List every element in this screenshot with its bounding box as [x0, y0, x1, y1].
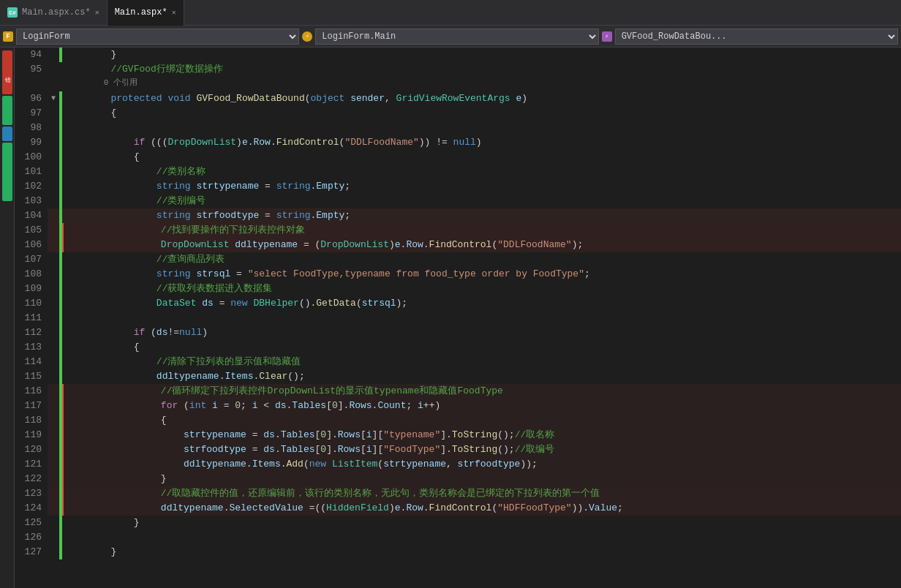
- code-line-115: 115 ddltypename.Items.Clear();: [15, 369, 901, 384]
- code-line-119: 119 strtypename = ds.Tables[0].Rows[i]["…: [15, 428, 901, 442]
- code-editor[interactable]: 94 } 95 //GVFood行绑定数据操作 0 个引用: [15, 48, 901, 588]
- code-line-125: 125 }: [15, 516, 901, 530]
- line-num-112: 112: [15, 325, 48, 340]
- line-num-117: 117: [15, 399, 48, 413]
- code-line-114: 114 //清除下拉列表的显示值和隐藏值: [15, 355, 901, 369]
- line-num-116: 116: [15, 384, 48, 399]
- editor-container: 错 94 } 95 //GVFood行绑定数据操作: [0, 48, 901, 588]
- tab-cs-label: Main.aspx.cs*: [22, 7, 91, 18]
- tab-aspx-close[interactable]: ✕: [172, 8, 176, 17]
- tab-cs-close[interactable]: ✕: [95, 8, 99, 17]
- line-num-98: 98: [15, 121, 48, 135]
- event-dropdown[interactable]: GVFood_RowDataBou...: [615, 29, 898, 45]
- line-content-124: ddltypename.SelectedValue =((HiddenField…: [62, 501, 901, 516]
- bar-126: [59, 530, 62, 545]
- line-num-103: 103: [15, 194, 48, 208]
- sidebar-marker-3: [2, 127, 12, 141]
- sidebar-marker-4: [2, 143, 12, 201]
- tab-aspx-label: Main.aspx*: [115, 7, 167, 18]
- line-content-114: //清除下拉列表的显示值和隐藏值: [62, 355, 901, 369]
- code-line-108: 108 string strsql = "select FoodType,typ…: [15, 267, 901, 282]
- line-num-111: 111: [15, 311, 48, 325]
- method-icon-label: ⚡: [306, 33, 309, 39]
- code-line-106: 106 DropDownList ddltypename = (DropDown…: [15, 238, 901, 252]
- code-line-110: 110 DataSet ds = new DBHelper().GetData(…: [15, 296, 901, 311]
- line-content-121: ddltypename.Items.Add(new ListItem(strty…: [62, 457, 901, 472]
- line-num-118: 118: [15, 413, 48, 428]
- line-content-103: //类别编号: [62, 194, 901, 208]
- line-content-110: DataSet ds = new DBHelper().GetData(strs…: [62, 296, 901, 311]
- line-content-109: //获取列表数据进入数据集: [62, 282, 901, 296]
- line-content-97: {: [62, 106, 901, 121]
- line-content-ref: 0 个引用: [62, 77, 901, 88]
- code-line-101: 101 //类别名称: [15, 165, 901, 179]
- line-content-120: strfoodtype = ds.Tables[0].Rows[i]["Food…: [62, 442, 901, 457]
- line-content-104: string strfoodtype = string.Empty;: [62, 208, 901, 223]
- line-num-124: 124: [15, 501, 48, 516]
- toolbar: F LoginForm ⚡ LoginForm.Main ⚡ GVFood_Ro…: [0, 26, 901, 48]
- line-num-114: 114: [15, 355, 48, 369]
- code-line-113: 113 {: [15, 340, 901, 355]
- code-line-99: 99 if (((DropDownList)e.Row.FindControl(…: [15, 135, 901, 150]
- line-num-105: 105: [15, 223, 48, 238]
- line-ind-96: ▼: [48, 91, 59, 106]
- line-content-127: }: [62, 545, 901, 559]
- code-line-126: 126: [15, 530, 901, 545]
- code-line-98: 98: [15, 121, 901, 135]
- line-content-112: if (ds!=null): [62, 325, 901, 340]
- line-content-115: ddltypename.Items.Clear();: [62, 369, 901, 384]
- line-content-123: //取隐藏控件的值，还原编辑前，该行的类别名称，无此句，类别名称会是已绑定的下拉…: [62, 486, 901, 501]
- line-num-95: 95: [15, 62, 48, 77]
- line-content-107: //查询商品列表: [62, 252, 901, 267]
- line-num-120: 120: [15, 442, 48, 457]
- form-icon: F: [3, 31, 13, 42]
- method-dropdown[interactable]: LoginForm.Main: [315, 29, 598, 45]
- line-content-122: }: [62, 472, 901, 486]
- line-num-110: 110: [15, 296, 48, 311]
- code-line-97: 97 {: [15, 106, 901, 121]
- code-line-121: 121 ddltypename.Items.Add(new ListItem(s…: [15, 457, 901, 472]
- line-content-118: {: [62, 413, 901, 428]
- code-line-127: 127 }: [15, 545, 901, 559]
- line-num-108: 108: [15, 267, 48, 282]
- form-icon-label: F: [6, 33, 10, 40]
- line-num-126: 126: [15, 530, 48, 545]
- line-num-99: 99: [15, 135, 48, 150]
- line-content-101: //类别名称: [62, 165, 901, 179]
- line-content-102: string strtypename = string.Empty;: [62, 179, 901, 194]
- code-line-102: 102 string strtypename = string.Empty;: [15, 179, 901, 194]
- line-num-97: 97: [15, 106, 48, 121]
- line-num-102: 102: [15, 179, 48, 194]
- line-num-123: 123: [15, 486, 48, 501]
- line-num-121: 121: [15, 457, 48, 472]
- line-content-108: string strsql = "select FoodType,typenam…: [62, 267, 901, 282]
- code-line-104: 104 string strfoodtype = string.Empty;: [15, 208, 901, 223]
- code-line-112: 112 if (ds!=null): [15, 325, 901, 340]
- line-num-109: 109: [15, 282, 48, 296]
- code-line-109: 109 //获取列表数据进入数据集: [15, 282, 901, 296]
- method-icon: ⚡: [302, 31, 312, 42]
- tab-main-cs[interactable]: C# Main.aspx.cs* ✕: [0, 0, 108, 26]
- line-num-122: 122: [15, 472, 48, 486]
- collapse-96[interactable]: ▼: [51, 91, 56, 106]
- line-num-107: 107: [15, 252, 48, 267]
- line-num-104: 104: [15, 208, 48, 223]
- line-num-ref: [15, 77, 48, 88]
- code-line-107: 107 //查询商品列表: [15, 252, 901, 267]
- line-num-119: 119: [15, 428, 48, 442]
- class-dropdown[interactable]: LoginForm: [16, 29, 299, 45]
- tab-main-aspx[interactable]: Main.aspx* ✕: [108, 0, 184, 26]
- title-bar: C# Main.aspx.cs* ✕ Main.aspx* ✕: [0, 0, 901, 26]
- left-sidebar: 错: [0, 48, 15, 588]
- code-line-96: 96 ▼ protected void GVFood_RowDataBound(…: [15, 91, 901, 106]
- code-line-116: 116 //循环绑定下拉列表控件DropDownList的显示值typename…: [15, 384, 901, 399]
- line-content-113: {: [62, 340, 901, 355]
- line-content-99: if (((DropDownList)e.Row.FindControl("DD…: [62, 135, 901, 150]
- line-num-100: 100: [15, 150, 48, 165]
- line-num-94: 94: [15, 48, 48, 62]
- line-content-119: strtypename = ds.Tables[0].Rows[i]["type…: [62, 428, 901, 442]
- line-content-95: //GVFood行绑定数据操作: [62, 62, 901, 77]
- code-line-120: 120 strfoodtype = ds.Tables[0].Rows[i]["…: [15, 442, 901, 457]
- line-content-125: }: [62, 516, 901, 530]
- code-line-ref: 0 个引用: [15, 77, 901, 91]
